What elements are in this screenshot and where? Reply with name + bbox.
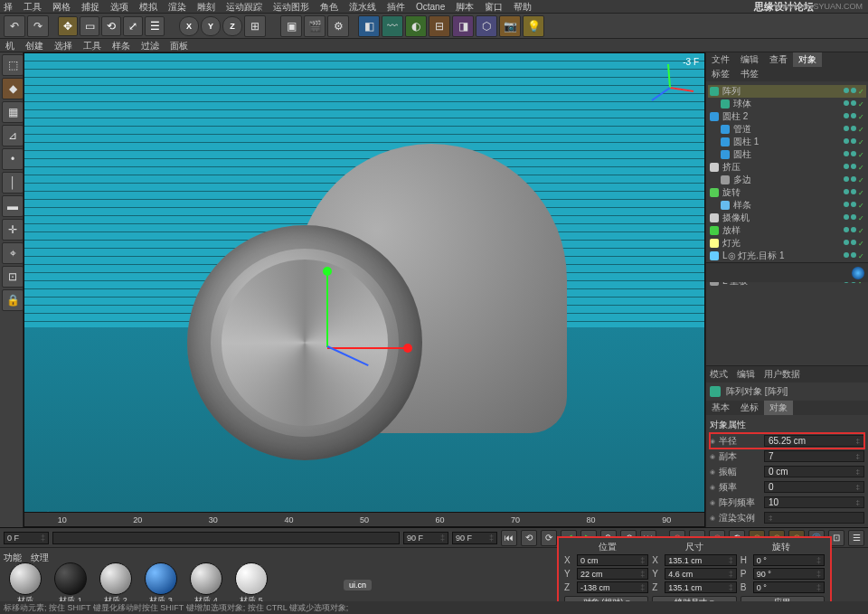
3d-viewport[interactable]: -3 F 网格间距 : 100 cm 102030405060708090 — [24, 52, 705, 527]
add-environment-button[interactable]: ⬡ — [476, 15, 497, 37]
property-field[interactable]: 0 cm — [764, 466, 864, 477]
menu-item[interactable]: 选项 — [110, 0, 128, 13]
material-item[interactable]: 材质 4 — [186, 562, 226, 607]
menu-item[interactable]: 角色 — [320, 0, 338, 13]
coord-size-field[interactable]: 135.1 cm — [665, 581, 736, 593]
tab-file[interactable]: 文件 — [706, 52, 735, 67]
tab-tag[interactable]: 标签 — [706, 67, 735, 81]
object-tree[interactable]: 阵列✓球体✓圆柱 2✓管道✓圆柱 1✓圆柱✓挤压✓多边✓旋转✓样条✓摄像机✓放样… — [706, 81, 868, 262]
tree-item[interactable]: 挤压✓ — [708, 161, 866, 174]
options-button[interactable]: ☰ — [848, 530, 864, 546]
point-key-button[interactable]: ⊡ — [828, 530, 844, 546]
viewport-menu-item[interactable]: 面板 — [170, 39, 188, 52]
model-mode-button[interactable]: ◆ — [2, 78, 24, 99]
viewport-menu-item[interactable]: 工具 — [83, 39, 101, 52]
render-dot-icon[interactable] — [851, 176, 856, 182]
edge-mode-button[interactable]: │ — [2, 172, 24, 194]
visibility-dot-icon[interactable] — [844, 252, 849, 258]
polygon-mode-button[interactable]: ▬ — [2, 195, 24, 217]
attr-mode[interactable]: 模式 — [710, 368, 728, 381]
property-field[interactable]: 65.25 cm — [764, 435, 864, 447]
recent-tool[interactable]: ☰ — [145, 16, 165, 36]
coord-size-field[interactable]: 135.1 cm — [665, 554, 736, 566]
tree-item[interactable]: 圆柱✓ — [708, 148, 866, 161]
tree-item[interactable]: L◎ 灯光.目标 1✓ — [708, 250, 866, 262]
visibility-dot-icon[interactable] — [844, 240, 849, 245]
tree-item[interactable]: 圆柱 2✓ — [708, 110, 866, 123]
viewport-menu-item[interactable]: 创建 — [25, 39, 43, 52]
visibility-dot-icon[interactable] — [844, 88, 849, 93]
material-tab-func[interactable]: 功能 — [4, 552, 22, 564]
workplane-button[interactable]: ⊿ — [2, 125, 24, 146]
coord-pos-field[interactable]: 22 cm — [577, 568, 648, 580]
menu-item[interactable]: 工具 — [24, 0, 42, 13]
timeline-ruler[interactable]: 102030405060708090 — [24, 512, 704, 526]
visibility-dot-icon[interactable] — [844, 189, 849, 194]
tree-item[interactable]: 圆柱 1✓ — [708, 136, 866, 148]
add-deformer-button[interactable]: ◨ — [452, 15, 474, 37]
add-nurbs-button[interactable]: ◐ — [405, 15, 427, 37]
visibility-dot-icon[interactable] — [844, 214, 849, 220]
coord-size-field[interactable]: 4.6 cm — [665, 568, 736, 580]
menu-item[interactable]: 插件 — [387, 0, 405, 13]
viewport-menu-item[interactable]: 过滤 — [141, 39, 159, 52]
coord-rot-field[interactable]: 0 ° — [753, 554, 825, 566]
visibility-dot-icon[interactable] — [844, 100, 849, 106]
render-settings-button[interactable]: ⚙ — [327, 15, 349, 37]
check-icon[interactable]: ✓ — [858, 252, 864, 260]
viewport-menu-item[interactable]: 选择 — [54, 39, 72, 52]
tree-item[interactable]: 样条✓ — [708, 199, 866, 212]
check-icon[interactable]: ✓ — [858, 113, 864, 121]
visibility-dot-icon[interactable] — [844, 126, 849, 131]
add-spline-button[interactable]: 〰 — [382, 15, 403, 37]
point-mode-button[interactable]: • — [2, 148, 24, 170]
check-icon[interactable]: ✓ — [858, 126, 864, 134]
attr-edit[interactable]: 编辑 — [737, 368, 755, 381]
property-field[interactable]: 10 — [764, 496, 864, 508]
redo-button[interactable]: ↷ — [27, 15, 49, 37]
tree-item[interactable]: 放样✓ — [708, 224, 866, 237]
visibility-dot-icon[interactable] — [844, 202, 849, 207]
goto-start-button[interactable]: ⏮ — [501, 530, 517, 546]
check-icon[interactable]: ✓ — [858, 240, 864, 248]
make-editable-button[interactable]: ⬚ — [2, 54, 24, 76]
visibility-dot-icon[interactable] — [844, 164, 849, 169]
lock-button[interactable]: 🔒 — [2, 289, 24, 311]
select-tool[interactable]: ▭ — [80, 16, 99, 36]
tab-view[interactable]: 查看 — [764, 52, 793, 67]
coord-system-button[interactable]: ⊞ — [244, 15, 266, 37]
render-dot-icon[interactable] — [851, 189, 856, 194]
menu-item[interactable]: 网格 — [52, 0, 71, 13]
material-item[interactable]: 材质 — [5, 562, 45, 607]
render-button[interactable]: 🎬 — [304, 15, 326, 37]
render-dot-icon[interactable] — [851, 113, 856, 118]
prev-key-button[interactable]: ⟲ — [521, 530, 537, 546]
visibility-dot-icon[interactable] — [844, 138, 849, 144]
check-icon[interactable]: ✓ — [858, 189, 864, 197]
visibility-dot-icon[interactable] — [844, 151, 849, 156]
timeline-slider[interactable] — [52, 532, 400, 544]
check-icon[interactable]: ✓ — [858, 176, 864, 184]
menu-item[interactable]: 渲染 — [168, 0, 186, 13]
snap-button[interactable]: ⌖ — [2, 242, 24, 264]
render-dot-icon[interactable] — [851, 138, 856, 144]
render-dot-icon[interactable] — [851, 100, 856, 106]
menu-item[interactable]: 帮助 — [514, 0, 532, 13]
material-item[interactable]: 材质 2 — [96, 562, 136, 607]
visibility-dot-icon[interactable] — [844, 227, 849, 232]
attr-userdata[interactable]: 用户数据 — [764, 368, 800, 381]
tab-bookmark[interactable]: 书签 — [735, 67, 764, 81]
x-axis-toggle[interactable]: X — [179, 16, 199, 36]
tree-item[interactable]: 摄像机✓ — [708, 212, 866, 224]
check-icon[interactable]: ✓ — [858, 214, 864, 222]
texture-mode-button[interactable]: ▦ — [2, 101, 24, 123]
material-item[interactable]: 材质 3 — [141, 562, 181, 607]
tree-item[interactable]: 灯光✓ — [708, 237, 866, 250]
tree-item[interactable]: 阵列✓ — [708, 85, 866, 98]
attr-tab-coord[interactable]: 坐标 — [735, 401, 764, 415]
add-cube-button[interactable]: ◧ — [358, 15, 380, 37]
check-icon[interactable]: ✓ — [858, 88, 864, 96]
tab-object[interactable]: 对象 — [793, 52, 822, 67]
attr-tab-object[interactable]: 对象 — [764, 401, 793, 415]
menu-item[interactable]: 窗口 — [485, 0, 503, 13]
